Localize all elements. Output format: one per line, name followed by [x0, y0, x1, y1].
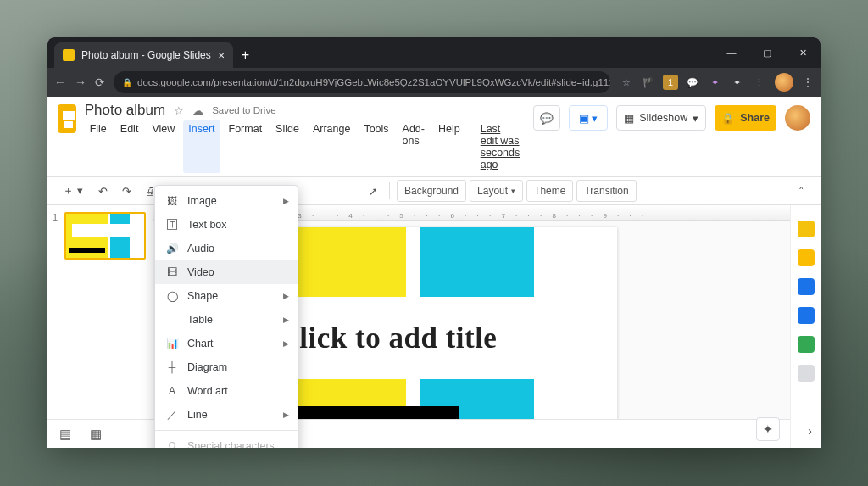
image-icon: 🖼 — [165, 195, 179, 207]
menu-file[interactable]: File — [85, 120, 112, 173]
menu-item-label: Audio — [187, 243, 214, 254]
slide-thumbnail[interactable] — [64, 212, 146, 260]
insert-menu-audio[interactable]: 🔊Audio — [155, 237, 298, 260]
menu-item-label: Chart — [187, 338, 214, 349]
contacts-icon[interactable] — [798, 307, 815, 324]
last-edit-status[interactable]: Last edit was seconds ago — [476, 120, 526, 173]
menu-item-label: Text box — [187, 219, 227, 231]
slide-thumb-number: 1 — [53, 212, 58, 222]
explore-button[interactable]: ✦ — [756, 417, 780, 441]
menu-arrange[interactable]: Arrange — [308, 120, 355, 173]
flag-icon[interactable]: 🏴 — [641, 75, 656, 90]
comment-history-button[interactable]: 💬 — [533, 105, 560, 131]
star-document-icon[interactable]: ☆ — [174, 104, 184, 117]
insert-menu-line[interactable]: ／Line▶ — [155, 403, 298, 427]
star-icon[interactable]: ☆ — [619, 75, 634, 90]
menu-item-label: Word art — [187, 385, 228, 397]
insert-menu-diagram[interactable]: ┼Diagram — [155, 355, 298, 379]
maximize-button[interactable]: ▢ — [749, 37, 785, 68]
transition-button[interactable]: Transition — [576, 180, 636, 202]
menu-add-ons[interactable]: Add-ons — [398, 120, 430, 173]
diagram-icon: ┼ — [165, 361, 179, 373]
menu-insert[interactable]: Insert — [183, 120, 220, 173]
browser-tab[interactable]: Photo album - Google Slides ✕ — [54, 42, 233, 68]
cloud-saved-icon: ☁ — [192, 104, 203, 117]
address-bar: ← → ⟳ 🔒 docs.google.com/presentation/d/1… — [47, 68, 821, 97]
puzzle-icon[interactable]: ✦ — [729, 75, 744, 90]
menu-view[interactable]: View — [147, 120, 180, 173]
menu-tools[interactable]: Tools — [359, 120, 393, 173]
url-text: docs.google.com/presentation/d/1n2dqxuH9… — [137, 77, 610, 87]
video-icon: 🎞 — [165, 266, 179, 278]
slides-logo-icon[interactable] — [58, 104, 76, 133]
new-tab-button[interactable]: + — [242, 47, 249, 63]
url-field[interactable]: 🔒 docs.google.com/presentation/d/1n2dqxu… — [114, 71, 610, 93]
chrome-profile-avatar[interactable] — [775, 73, 793, 92]
forward-button[interactable]: → — [75, 75, 86, 89]
toolbar-button-2[interactable]: ↷ — [115, 180, 137, 202]
slides-app: Photo album ☆ ☁ Saved to Drive FileEditV… — [47, 97, 821, 448]
menu-item-label: Line — [187, 409, 208, 421]
account-avatar[interactable] — [785, 105, 810, 131]
line-icon: ／ — [165, 408, 179, 422]
layout-button[interactable]: Layout▾ — [470, 180, 523, 202]
tasks-icon[interactable] — [798, 278, 815, 295]
back-button[interactable]: ← — [54, 75, 66, 89]
insert-menu-image[interactable]: 🖼Image▶ — [155, 189, 298, 213]
extensions-row: ☆🏴1💬✦✦⋮ — [619, 75, 766, 90]
submenu-arrow-icon: ▶ — [283, 292, 289, 300]
add-icon[interactable] — [798, 365, 815, 382]
close-window-button[interactable]: ✕ — [785, 37, 821, 68]
chat-icon[interactable]: 💬 — [685, 75, 700, 90]
minimize-button[interactable]: — — [714, 37, 749, 68]
insert-menu-chart[interactable]: 📊Chart▶ — [155, 332, 298, 355]
toolbar-button-0[interactable]: ＋ ▾ — [56, 180, 90, 202]
maps-icon[interactable] — [798, 336, 815, 353]
menu-slide[interactable]: Slide — [270, 120, 304, 173]
submenu-arrow-icon: ▶ — [283, 339, 289, 348]
insert-menu-table[interactable]: Table▶ — [155, 308, 298, 332]
theme-button[interactable]: Theme — [526, 180, 573, 202]
right-rail — [790, 205, 821, 448]
lock-icon: 🔒 — [122, 78, 132, 87]
saved-status: Saved to Drive — [212, 105, 275, 115]
one-badge[interactable]: 1 — [663, 75, 678, 90]
menu-help[interactable]: Help — [433, 120, 465, 173]
background-button[interactable]: Background — [397, 180, 466, 202]
slides-favicon-icon — [63, 49, 75, 61]
insert-menu-text-box[interactable]: 🅃Text box — [155, 213, 298, 237]
wand-icon[interactable]: ✦ — [707, 75, 722, 90]
menu-separator — [155, 430, 298, 431]
side-panel-toggle[interactable]: › — [808, 424, 812, 438]
chart-icon: 📊 — [165, 338, 179, 349]
more-icon[interactable]: ⋮ — [751, 75, 766, 90]
insert-menu-special-characters: ΩSpecial characters — [155, 434, 298, 448]
meet-present-button[interactable]: ▣ ▾ — [569, 105, 608, 131]
document-title[interactable]: Photo album — [85, 102, 165, 119]
insert-menu-shape[interactable]: ◯Shape▶ — [155, 284, 298, 308]
share-button[interactable]: 🔒Share — [715, 105, 776, 131]
keep-icon[interactable] — [798, 249, 815, 266]
select-tool-button[interactable]: ➚ — [362, 180, 384, 202]
document-header: Photo album ☆ ☁ Saved to Drive FileEditV… — [47, 97, 821, 173]
filmstrip-view-button[interactable]: ▤ — [59, 427, 71, 442]
menu-format[interactable]: Format — [224, 120, 268, 173]
toolbar-button-1[interactable]: ↶ — [92, 180, 114, 202]
special-characters-icon: Ω — [165, 440, 179, 448]
tab-close-icon[interactable]: ✕ — [218, 51, 225, 60]
grid-view-button[interactable]: ▦ — [90, 427, 102, 442]
insert-menu-word-art[interactable]: AWord art — [155, 379, 298, 403]
slideshow-button[interactable]: ▦ Slideshow ▾ — [616, 105, 706, 131]
shape-icon: ◯ — [165, 290, 179, 302]
insert-menu-dropdown: 🖼Image▶🅃Text box🔊Audio🎞Video◯Shape▶Table… — [154, 185, 298, 448]
calendar-icon[interactable] — [798, 221, 815, 237]
chrome-menu-button[interactable]: ⋮ — [802, 75, 814, 89]
insert-menu-video[interactable]: 🎞Video — [155, 260, 298, 284]
audio-icon: 🔊 — [165, 243, 179, 254]
browser-tab-bar: Photo album - Google Slides ✕ + — ▢ ✕ — [47, 37, 821, 68]
reload-button[interactable]: ⟳ — [95, 75, 105, 89]
menu-edit[interactable]: Edit — [115, 120, 144, 173]
collapse-toolbar-button[interactable]: ˄ — [790, 180, 812, 202]
menu-item-label: Shape — [187, 290, 218, 302]
text-box-icon: 🅃 — [165, 219, 179, 231]
